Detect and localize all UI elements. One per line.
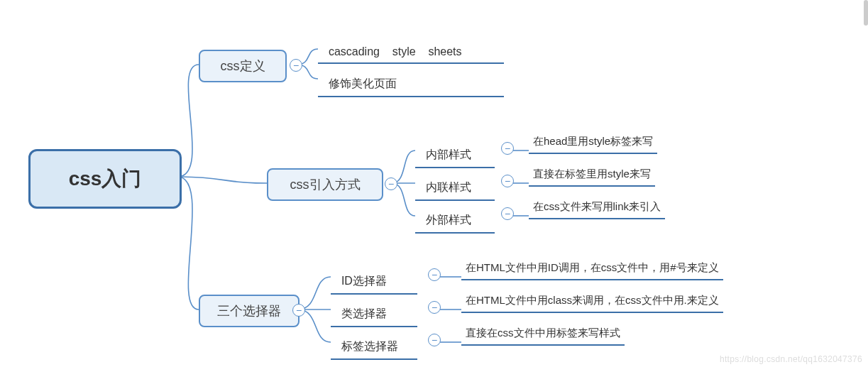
branch-label: css定义 [221,57,265,75]
leaf-label: 修饰美化页面 [329,77,397,89]
detail-node[interactable]: 在HTML文件中用ID调用，在css文件中，用#号来定义 [461,261,723,280]
leaf-label: 外部样式 [426,214,471,226]
leaf-node[interactable]: 内联样式 [415,168,495,201]
leaf-node[interactable]: 类选择器 [331,294,417,327]
root-label: css入门 [69,165,142,192]
detail-label: 直接在css文件中用标签来写样式 [466,327,620,339]
collapse-icon[interactable]: − [290,59,302,72]
branch-node-definition[interactable]: css定义 [199,50,287,82]
collapse-icon[interactable]: − [428,334,441,346]
leaf-label: 内联样式 [426,181,471,193]
detail-node[interactable]: 直接在css文件中用标签来写样式 [461,327,625,346]
branch-label: 三个选择器 [217,302,281,319]
collapse-icon[interactable]: − [428,268,441,281]
collapse-icon[interactable]: − [501,175,514,187]
detail-label: 在HTML文件中用ID调用，在css文件中，用#号来定义 [466,261,719,273]
branch-label: css引入方式 [290,176,361,193]
leaf-label: ID选择器 [341,275,387,287]
detail-node[interactable]: 在HTML文件中用class来调用，在css文件中用.来定义 [461,294,723,313]
detail-node[interactable]: 在css文件来写用link来引入 [529,200,665,219]
leaf-label: 内部样式 [426,148,471,160]
detail-label: 直接在标签里用style来写 [533,168,651,180]
branch-node-import[interactable]: css引入方式 [267,168,383,201]
collapse-icon[interactable]: − [428,301,441,314]
collapse-icon[interactable]: − [292,304,305,317]
branch-node-selectors[interactable]: 三个选择器 [199,295,300,327]
leaf-label: 标签选择器 [341,340,398,352]
leaf-node[interactable]: ID选择器 [331,261,417,295]
detail-label: 在head里用style标签来写 [533,135,653,147]
collapse-icon[interactable]: − [385,177,397,190]
leaf-node[interactable]: 标签选择器 [331,327,417,360]
detail-label: 在css文件来写用link来引入 [533,200,661,212]
collapse-icon[interactable]: − [501,142,514,155]
leaf-node[interactable]: 内部样式 [415,135,495,168]
leaf-node[interactable]: 修饰美化页面 [318,64,504,97]
root-node[interactable]: css入门 [28,149,182,209]
detail-node[interactable]: 在head里用style标签来写 [529,135,657,154]
detail-node[interactable]: 直接在标签里用style来写 [529,168,655,187]
collapse-icon[interactable]: − [501,207,514,220]
watermark: https://blog.csdn.net/qq1632047376 [720,354,862,364]
leaf-node[interactable]: 外部样式 [415,200,495,234]
detail-label: 在HTML文件中用class来调用，在css文件中用.来定义 [466,294,719,306]
leaf-label: 类选择器 [341,307,387,319]
leaf-label: cascading style sheets [329,45,462,57]
scrollbar-indicator [864,0,868,26]
leaf-node[interactable]: cascading style sheets [318,33,504,64]
